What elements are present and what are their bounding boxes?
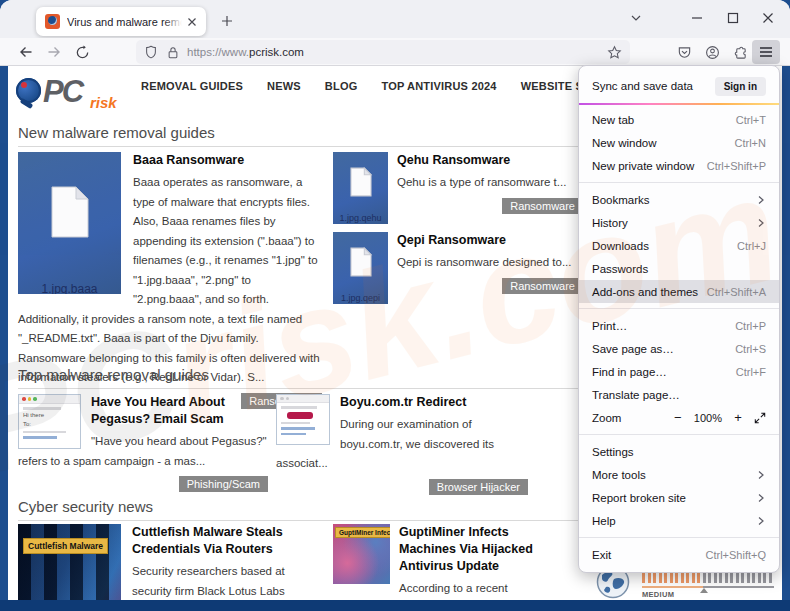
article-thumbnail[interactable]: Hi there To:	[18, 394, 81, 449]
menu-item-settings[interactable]: Settings	[579, 440, 779, 463]
menu-item-report-broken-site[interactable]: Report broken site	[579, 486, 779, 509]
tab-list-dropdown-button[interactable]	[620, 2, 652, 34]
category-badge[interactable]: Phishing/Scam	[179, 476, 268, 492]
submenu-chevron-icon	[756, 195, 766, 205]
minimize-button[interactable]	[681, 2, 713, 34]
article-qepi-ransomware: 1.jpg.qepi Qepi Ransomware Qepi is ranso…	[333, 232, 583, 304]
lock-icon[interactable]	[167, 46, 179, 59]
account-icon[interactable]	[700, 40, 724, 64]
new-tab-button[interactable]	[214, 8, 240, 34]
nav-blog[interactable]: BLOG	[325, 80, 358, 92]
article-boyu-redirect: Boyu.com.tr Redirect During our examinat…	[276, 394, 528, 495]
thumbnail-red-button	[287, 412, 313, 419]
menu-item-history[interactable]: History	[579, 211, 779, 234]
menu-item-label: Settings	[592, 446, 634, 458]
shield-icon[interactable]	[144, 45, 158, 59]
safety-gauge-marker	[700, 588, 708, 593]
thumbnail-caption: 1.jpg.qehu	[333, 213, 388, 223]
url-bar[interactable]: https://www.pcrisk.com	[136, 40, 630, 64]
menu-item-label: Sync and save data	[592, 80, 693, 92]
submenu-chevron-icon	[756, 470, 766, 480]
nav-news[interactable]: NEWS	[267, 80, 301, 92]
menu-item-help[interactable]: Help	[579, 509, 779, 532]
url-text: https://www.pcrisk.com	[187, 46, 607, 58]
category-badge[interactable]: Browser Hijacker	[429, 479, 528, 495]
article-thumbnail[interactable]	[276, 394, 330, 445]
menu-item-exit[interactable]: Exit Ctrl+Shift+Q	[579, 543, 779, 566]
sign-in-button[interactable]: Sign in	[715, 77, 766, 96]
safety-gauge-underline	[642, 586, 774, 588]
menu-item-label: Exit	[592, 549, 611, 561]
firefox-application-menu: Sync and save data Sign in New tab Ctrl+…	[578, 65, 780, 573]
menu-item-new-private-window[interactable]: New private window Ctrl+Shift+P	[579, 154, 779, 177]
menu-divider	[579, 308, 779, 309]
menu-item-print[interactable]: Print… Ctrl+P	[579, 314, 779, 337]
extensions-puzzle-icon[interactable]	[728, 40, 752, 64]
article-guptiminer: GuptiMiner Infects GuptiMiner Infects Ma…	[333, 524, 533, 600]
thumbnail-label: GuptiMiner Infects	[335, 527, 390, 538]
submenu-chevron-icon	[756, 493, 766, 503]
zoom-in-button[interactable]: +	[730, 410, 746, 425]
close-window-button[interactable]	[752, 2, 784, 34]
article-thumbnail[interactable]: 1.jpg.qepi	[333, 232, 388, 304]
browser-window: Virus and malware removal inst	[0, 0, 790, 611]
browser-tab[interactable]: Virus and malware removal inst	[36, 7, 206, 36]
menu-item-label: Zoom	[592, 412, 621, 424]
menu-item-save-page-as[interactable]: Save page as… Ctrl+S	[579, 337, 779, 360]
menu-item-label: More tools	[592, 469, 646, 481]
pocket-icon[interactable]	[672, 40, 696, 64]
pcrisk-logo[interactable]: PC risk	[14, 72, 139, 116]
menu-item-translate-page[interactable]: Translate page…	[579, 383, 779, 406]
url-scheme: https://www.	[187, 46, 249, 58]
category-badge[interactable]: Ransomware	[502, 278, 583, 294]
menu-item-shortcut: Ctrl+S	[735, 343, 766, 355]
article-thumbnail[interactable]: 1.jpg.qehu	[333, 152, 388, 224]
menu-item-new-window[interactable]: New window Ctrl+N	[579, 131, 779, 154]
tab-close-icon[interactable]	[184, 14, 200, 30]
menu-item-label: New window	[592, 137, 657, 149]
menu-item-sync[interactable]: Sync and save data Sign in	[579, 71, 779, 101]
menu-item-label: Translate page…	[592, 389, 680, 401]
menu-item-label: Help	[592, 515, 616, 527]
menu-item-label: History	[592, 217, 628, 229]
menu-item-new-tab[interactable]: New tab Ctrl+T	[579, 108, 779, 131]
reload-button[interactable]	[70, 40, 94, 64]
maximize-button[interactable]	[717, 2, 749, 34]
menu-item-shortcut: Ctrl+F	[736, 366, 766, 378]
menu-item-label: Bookmarks	[592, 194, 650, 206]
article-thumbnail[interactable]: 1.jpg.baaa	[18, 152, 121, 294]
zoom-level-value[interactable]: 100%	[694, 412, 722, 424]
article-thumbnail[interactable]: GuptiMiner Infects	[333, 524, 390, 584]
menu-item-find-in-page[interactable]: Find in page… Ctrl+F	[579, 360, 779, 383]
menu-item-zoom: Zoom − 100% +	[579, 406, 779, 429]
zoom-out-button[interactable]: −	[670, 410, 686, 425]
article-thumbnail[interactable]: Cuttlefish Malware	[18, 524, 121, 600]
magnifier-icon	[16, 78, 41, 103]
menu-item-label: Add-ons and themes	[592, 286, 698, 298]
menu-item-shortcut: Ctrl+Shift+A	[707, 286, 766, 298]
thumbnail-text: Hi there	[23, 412, 80, 419]
menu-item-downloads[interactable]: Downloads Ctrl+J	[579, 234, 779, 257]
submenu-chevron-icon	[756, 516, 766, 526]
sync-gradient-divider	[579, 103, 779, 105]
forward-button[interactable]	[42, 40, 66, 64]
menu-item-bookmarks[interactable]: Bookmarks	[579, 188, 779, 211]
menu-item-passwords[interactable]: Passwords	[579, 257, 779, 280]
menu-item-more-tools[interactable]: More tools	[579, 463, 779, 486]
menu-item-addons-and-themes[interactable]: Add-ons and themes Ctrl+Shift+A	[579, 280, 779, 303]
menu-item-label: New tab	[592, 114, 634, 126]
thumbnail-label: Cuttlefish Malware	[23, 538, 108, 554]
menu-item-shortcut: Ctrl+T	[736, 114, 766, 126]
url-domain: pcrisk.com	[249, 46, 304, 58]
bookmark-star-icon[interactable]	[607, 45, 622, 60]
back-button[interactable]	[14, 40, 38, 64]
category-badge[interactable]: Ransomware	[502, 198, 583, 214]
fullscreen-icon[interactable]	[754, 412, 766, 424]
article-pegasus-email-scam: Hi there To: Have You Heard About Pegasu…	[18, 394, 268, 492]
nav-top-antivirus[interactable]: TOP ANTIVIRUS 2024	[381, 80, 496, 92]
nav-removal-guides[interactable]: REMOVAL GUIDES	[141, 80, 243, 92]
menu-hamburger-button[interactable]	[752, 40, 780, 64]
menu-item-shortcut: Ctrl+Shift+P	[707, 160, 766, 172]
pcrisk-favicon	[45, 14, 60, 29]
submenu-chevron-icon	[756, 218, 766, 228]
